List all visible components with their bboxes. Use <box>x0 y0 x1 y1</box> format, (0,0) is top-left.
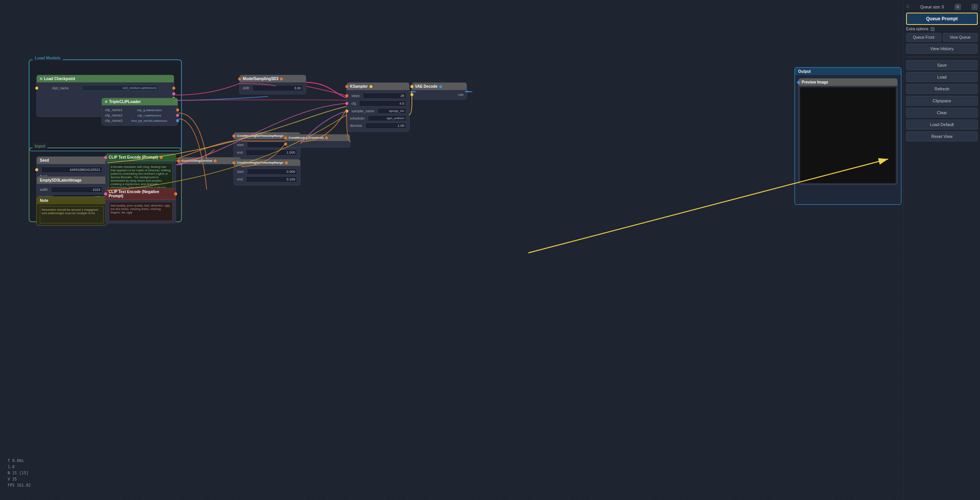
clip1-label: clip_name1 <box>105 108 122 112</box>
cfg-label: cfg <box>351 102 356 105</box>
node-cond-combine[interactable]: Conditioning (Combine) <box>285 134 350 148</box>
node-vae-decode-header: VAE Decode <box>412 83 467 90</box>
clip-negative-text[interactable]: bad quality, poor quality, dull, distort… <box>109 202 173 221</box>
node-triple-clip-title: TripleCLIPLoader <box>109 100 141 104</box>
group-input-title: Input <box>33 143 47 149</box>
node-cond-combine-body <box>286 141 350 147</box>
queue-row: Queue Front View Queue <box>906 33 978 42</box>
output-panel-title: Output <box>798 69 811 74</box>
clip3-label: clip_name3 <box>105 119 122 123</box>
dots-icon: ⠿ <box>906 4 910 10</box>
node-note-body: Resolution should be around 1 megapixel … <box>37 204 107 225</box>
node-cond-range2-body: start 0.000 end 0.100 <box>234 166 300 185</box>
port-clip-neg-in <box>104 192 107 195</box>
port-clip-out <box>172 92 175 95</box>
port-vd-image-out <box>439 85 442 88</box>
width-val[interactable]: 1024 <box>51 187 102 193</box>
node-cond-range2[interactable]: ConditioningSetTimestepRange start 0.000… <box>234 159 301 185</box>
node-triple-clip[interactable]: TripleCLIPLoader clip_name1 clip_g.safet… <box>101 98 178 126</box>
clipspace-button[interactable]: Clipspace <box>906 96 978 106</box>
port-clip3-right <box>176 119 179 122</box>
sampler-val[interactable]: dpmpp_2m <box>377 108 406 114</box>
cr1-end-val[interactable]: 1.000 <box>246 149 297 156</box>
cr2-end-label: end <box>237 177 243 181</box>
cr2-end-val[interactable]: 0.100 <box>246 176 297 182</box>
port-cc-out <box>325 136 328 139</box>
port-clip-neg-out <box>174 192 177 195</box>
info-icon-btn[interactable]: i <box>972 4 978 10</box>
stat-n: N 15 [15] <box>8 470 31 476</box>
clip1-val: clip_g.safetensors <box>137 108 162 112</box>
cr2-start-val[interactable]: 0.000 <box>247 169 297 175</box>
canvas-area[interactable]: Load Models Input Load Checkpoint ckpt_n… <box>0 0 980 500</box>
node-clip-negative-title: CLIP Text Encode (Negative Prompt) <box>109 190 173 198</box>
stats-overlay: T 0.00s 1.0 N 15 [15] V 35 FPS 161.82 <box>8 458 31 489</box>
panel-header: ⠿ Queue size: 0 ⚙ i <box>906 3 978 11</box>
load-button[interactable]: Load <box>906 72 978 82</box>
node-load-checkpoint-title: Load Checkpoint <box>44 77 75 81</box>
queue-prompt-button[interactable]: Queue Prompt <box>906 13 978 25</box>
cr2-start-label: start <box>237 170 244 174</box>
stat-t: T 0.00s <box>8 458 31 464</box>
separator-1 <box>906 57 978 57</box>
reset-view-button[interactable]: Reset View <box>906 131 978 141</box>
node-ksampler-title: KSampler <box>350 84 368 89</box>
preview-canvas <box>800 87 896 183</box>
clear-button[interactable]: Clear <box>906 108 978 118</box>
node-model-sampling-title: ModelSamplingSD3 <box>243 77 278 81</box>
shift-val[interactable]: 3.00 <box>252 85 303 91</box>
load-default-button[interactable]: Load Default <box>906 120 978 130</box>
ckpt-value[interactable]: sd3_medium.safetensors <box>82 85 159 91</box>
port-ks-latent-in <box>345 110 348 113</box>
node-model-sampling-body: shift 3.00 <box>240 82 306 94</box>
node-cond-combine-title: Conditioning (Combine) <box>289 136 323 139</box>
node-triple-clip-body: clip_name1 clip_g.safetensors clip_name2… <box>102 105 178 125</box>
width-label: width <box>40 188 48 192</box>
cfg-val[interactable]: 4.5 <box>359 100 406 107</box>
extra-options-checkbox[interactable] <box>931 27 934 31</box>
node-clip-positive-header: CLIP Text Encode (Prompt) <box>106 154 176 161</box>
view-queue-button[interactable]: View Queue <box>943 33 978 42</box>
note-text[interactable]: Resolution should be around 1 megapixel … <box>40 206 104 223</box>
node-ksampler[interactable]: KSampler steps 28 cfg 4.5 sampler_name d… <box>346 82 410 132</box>
ckpt-label: ckpt_name <box>52 86 69 90</box>
vae-label: vae <box>458 93 464 97</box>
save-button[interactable]: Save <box>906 60 978 70</box>
clip2-label: clip_name2 <box>105 113 122 117</box>
scheduler-val[interactable]: sgm_uniform <box>368 115 406 121</box>
queue-size-label: Queue size: 0 <box>920 5 944 9</box>
node-model-sampling[interactable]: ModelSamplingSD3 shift 3.00 <box>239 75 306 94</box>
port-ks-neg-in <box>345 102 348 105</box>
node-preview-image-title: Preview Image <box>802 80 828 84</box>
port-clip-pos-in <box>104 156 107 159</box>
output-panel-header: Output <box>795 68 901 75</box>
stat-fps: FPS 161.82 <box>8 482 31 489</box>
steps-val[interactable]: 28 <box>363 93 406 99</box>
port-ks-latent-out <box>369 85 372 88</box>
group-load-models-title: Load Models <box>33 55 63 61</box>
port-model-out <box>172 87 175 90</box>
port-cc-in1 <box>284 136 287 139</box>
node-vae-decode[interactable]: VAE Decode vae <box>412 82 467 100</box>
port-pi-in <box>797 81 800 84</box>
queue-front-button[interactable]: Queue Front <box>906 33 941 42</box>
stat-v: V 35 <box>8 476 31 482</box>
port-clip-pos-out <box>160 156 163 159</box>
port-cr2-out <box>285 161 288 164</box>
refresh-button[interactable]: Refresh <box>906 84 978 94</box>
port-seed-in <box>35 168 38 171</box>
scheduler-label: scheduler <box>350 116 365 120</box>
port-vd-vae-in <box>410 93 413 96</box>
seed-val[interactable]: 4465108624120521 <box>41 167 102 173</box>
shift-label: shift <box>243 86 249 90</box>
node-clip-negative[interactable]: CLIP Text Encode (Negative Prompt) bad q… <box>105 188 176 223</box>
clip3-val: t5xxl_fp8_e4m3fn.safetensors <box>131 120 167 122</box>
node-note[interactable]: Note Resolution should be around 1 megap… <box>36 197 107 226</box>
sampler-label: sampler_name <box>351 109 374 113</box>
node-load-checkpoint-header: Load Checkpoint <box>37 75 174 82</box>
settings-icon-btn[interactable]: ⚙ <box>955 4 961 10</box>
denoise-val[interactable]: 1.00 <box>365 123 406 129</box>
view-history-button[interactable]: View History <box>906 44 978 54</box>
node-cond-zero[interactable]: ConditioningZeroOut <box>178 157 241 164</box>
node-preview-image[interactable]: Preview Image <box>798 78 898 185</box>
